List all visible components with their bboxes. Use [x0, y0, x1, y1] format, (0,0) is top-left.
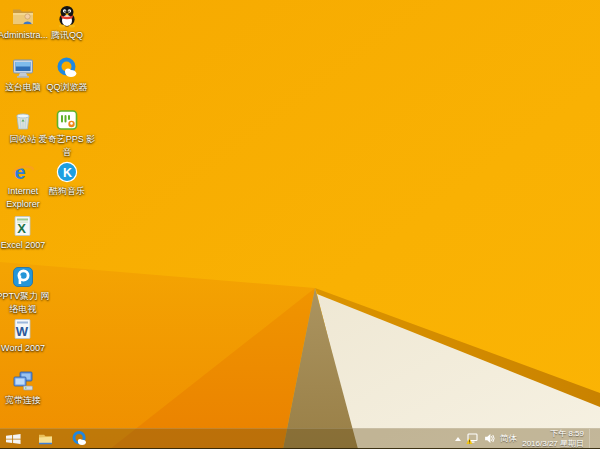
clock-time: 下午 8:59 — [550, 429, 584, 439]
svg-text:K: K — [63, 166, 72, 180]
icon-label: Excel 2007 — [1, 240, 46, 251]
user-folder-icon — [11, 4, 35, 28]
kugou-music-icon: K — [55, 160, 79, 184]
pps-player-icon — [55, 108, 79, 132]
file-explorer-button[interactable] — [32, 429, 58, 448]
icon-label: 回收站 — [10, 134, 37, 145]
recycle-bin-icon — [11, 108, 35, 132]
icon-label: Word 2007 — [1, 343, 45, 354]
icon-label: Internet — [8, 186, 39, 197]
desktop-icon-broadband[interactable]: 宽带连接 — [0, 369, 46, 406]
desktop-icon-excel-2007[interactable]: X Excel 2007 — [0, 214, 46, 251]
desktop-icon-pptv[interactable]: PPTV聚力 网 络电视 — [0, 265, 46, 314]
desktop-icon-kugou-music[interactable]: K 酷狗音乐 — [44, 160, 90, 197]
ime-indicator[interactable]: 简体 — [500, 433, 517, 445]
qq-browser-icon — [71, 430, 88, 447]
internet-explorer-icon: e — [11, 160, 35, 184]
windows-logo-icon — [6, 433, 21, 445]
qq-penguin-icon — [55, 4, 79, 28]
desktop-icon-tencent-qq[interactable]: 腾讯QQ — [44, 4, 90, 41]
file-explorer-icon — [38, 432, 53, 445]
svg-text:W: W — [16, 324, 29, 339]
show-hidden-icons-arrow[interactable] — [455, 437, 461, 441]
icon-label: QQ浏览器 — [46, 82, 87, 93]
desktop-icon-this-pc[interactable]: 这台电脑 — [0, 56, 46, 93]
icon-label: 爱奇艺PPS 影 — [39, 134, 96, 145]
taskbar: 简体 下午 8:59 2016/3/27 星期日 — [0, 428, 600, 449]
icon-label: 宽带连接 — [5, 395, 41, 406]
svg-text:e: e — [15, 161, 26, 183]
qq-browser-icon — [55, 56, 79, 80]
pptv-icon — [11, 265, 35, 289]
taskbar-buttons — [0, 429, 92, 448]
desktop-icon-administrator[interactable]: Administra... — [0, 4, 46, 41]
icon-label: 这台电脑 — [5, 82, 41, 93]
icon-label: Explorer — [6, 199, 40, 210]
volume-icon[interactable] — [484, 433, 495, 444]
start-button[interactable] — [0, 429, 26, 448]
desktop: Administra... 腾讯QQ 这台电脑 — [0, 0, 600, 449]
qq-browser-taskbar-button[interactable] — [66, 429, 92, 448]
icon-label: PPTV聚力 网 — [0, 291, 50, 302]
icon-label: 音 — [63, 147, 72, 158]
computer-icon — [11, 56, 35, 80]
icon-label: 络电视 — [10, 304, 37, 315]
svg-text:X: X — [17, 221, 26, 236]
icon-label: 腾讯QQ — [51, 30, 83, 41]
show-desktop-button[interactable] — [589, 429, 594, 448]
icon-label: 酷狗音乐 — [49, 186, 85, 197]
excel-icon: X — [11, 214, 35, 238]
clock-date: 2016/3/27 星期日 — [522, 439, 584, 449]
network-status-icon[interactable] — [466, 433, 479, 445]
desktop-icon-iqiyi-pps[interactable]: 爱奇艺PPS 影 音 — [44, 108, 90, 157]
desktop-icon-word-2007[interactable]: W Word 2007 — [0, 317, 46, 354]
clock[interactable]: 下午 8:59 2016/3/27 星期日 — [522, 429, 584, 448]
desktop-icon-internet-explorer[interactable]: e Internet Explorer — [0, 160, 46, 209]
icon-label: Administra... — [0, 30, 48, 41]
broadband-connection-icon — [11, 369, 35, 393]
desktop-icon-qq-browser[interactable]: QQ浏览器 — [44, 56, 90, 93]
system-tray: 简体 下午 8:59 2016/3/27 星期日 — [455, 429, 600, 448]
wallpaper — [0, 0, 600, 449]
word-icon: W — [11, 317, 35, 341]
